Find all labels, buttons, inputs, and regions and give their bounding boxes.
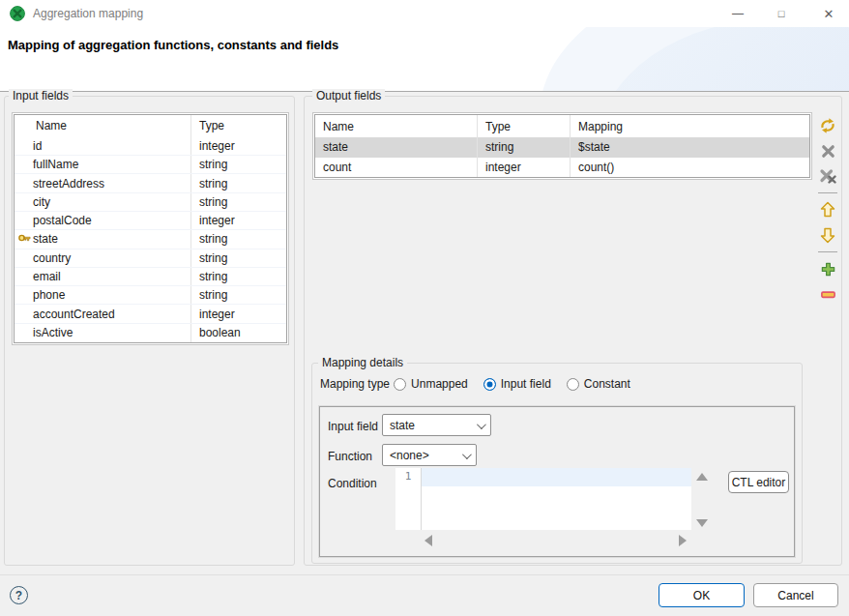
close-icon[interactable]: ✕ bbox=[808, 0, 849, 27]
output-row[interactable]: count integer count() bbox=[315, 158, 809, 177]
table-row[interactable]: fullName string bbox=[15, 156, 286, 174]
column-header-mapping[interactable]: Mapping bbox=[570, 115, 809, 137]
mapping-editor-panel: Input field state Function <none> Condit… bbox=[319, 406, 795, 557]
key-icon bbox=[15, 232, 33, 247]
delete-all-icon[interactable] bbox=[819, 167, 836, 185]
function-label: Function bbox=[328, 450, 372, 463]
table-row[interactable]: streetAddress string bbox=[15, 174, 286, 192]
ok-button[interactable]: OK bbox=[659, 583, 745, 607]
table-row-key-field[interactable]: state string bbox=[15, 230, 286, 249]
table-row[interactable]: email string bbox=[15, 268, 286, 286]
combo-value: <none> bbox=[390, 449, 429, 462]
field-type: integer bbox=[477, 158, 570, 177]
radio-icon bbox=[394, 378, 406, 391]
table-row[interactable]: city string bbox=[15, 193, 286, 212]
field-type: string bbox=[190, 268, 286, 285]
app-logo-icon bbox=[10, 6, 25, 21]
field-type: string bbox=[477, 137, 570, 157]
line-number-gutter: 1 bbox=[395, 468, 422, 530]
column-header-name[interactable]: Name bbox=[315, 115, 477, 137]
column-header-name[interactable]: Name bbox=[15, 119, 190, 132]
dialog-description: Mapping of aggregation functions, consta… bbox=[8, 38, 338, 52]
radio-input-field[interactable]: Input field bbox=[483, 377, 551, 391]
move-up-icon[interactable] bbox=[819, 201, 836, 219]
input-field-label: Input field bbox=[328, 420, 378, 433]
move-down-icon[interactable] bbox=[819, 226, 836, 244]
radio-checked-icon bbox=[483, 378, 496, 391]
table-row[interactable]: id integer bbox=[15, 137, 286, 156]
window-title: Aggregation mapping bbox=[33, 7, 143, 20]
scroll-left-icon[interactable] bbox=[424, 535, 432, 546]
add-icon[interactable] bbox=[819, 260, 836, 278]
aggregation-mapping-dialog: Aggregation mapping — □ ✕ Mapping of agg… bbox=[0, 0, 849, 616]
mapping-type-label: Mapping type bbox=[320, 377, 390, 391]
remove-icon[interactable] bbox=[819, 285, 836, 303]
radio-icon bbox=[567, 378, 579, 391]
help-icon[interactable]: ? bbox=[10, 586, 28, 604]
field-type: string bbox=[190, 174, 286, 191]
condition-label: Condition bbox=[328, 477, 377, 490]
input-fields-group-label: Input fields bbox=[9, 89, 73, 103]
table-row[interactable]: accountCreated integer bbox=[15, 305, 286, 323]
input-field-combo[interactable]: state bbox=[382, 414, 491, 436]
field-name: count bbox=[315, 158, 477, 177]
field-type: string bbox=[190, 156, 286, 173]
field-name: postalCode bbox=[33, 214, 92, 227]
field-name: accountCreated bbox=[33, 308, 115, 321]
field-name: fullName bbox=[33, 158, 78, 171]
field-name: email bbox=[33, 270, 61, 283]
input-table-header: Name Type bbox=[15, 115, 286, 137]
table-row[interactable]: postalCode integer bbox=[15, 212, 286, 230]
scroll-up-icon[interactable] bbox=[696, 473, 708, 481]
field-type: integer bbox=[190, 212, 286, 229]
field-name: id bbox=[33, 139, 42, 153]
cancel-button[interactable]: Cancel bbox=[753, 583, 838, 607]
scroll-right-icon[interactable] bbox=[679, 535, 687, 546]
field-type: string bbox=[190, 286, 286, 304]
condition-text-area[interactable] bbox=[422, 468, 691, 530]
table-row[interactable]: isActive boolean bbox=[15, 324, 286, 342]
current-line-highlight bbox=[422, 468, 691, 486]
table-row[interactable]: country string bbox=[15, 249, 286, 268]
column-header-type[interactable]: Type bbox=[477, 115, 570, 137]
auto-map-icon[interactable] bbox=[819, 117, 836, 134]
column-header-type[interactable]: Type bbox=[190, 115, 286, 137]
toolbar-separator bbox=[818, 251, 837, 252]
mapping-details-group-label: Mapping details bbox=[318, 356, 407, 370]
field-name: isActive bbox=[33, 326, 73, 339]
button-bar: ? OK Cancel bbox=[0, 574, 849, 616]
chevron-down-icon bbox=[477, 420, 486, 429]
radio-unmapped[interactable]: Unmapped bbox=[394, 377, 468, 391]
field-name: city bbox=[33, 195, 50, 209]
output-row-selected[interactable]: state string $state bbox=[315, 137, 809, 157]
chevron-down-icon bbox=[462, 450, 472, 459]
output-table-header: Name Type Mapping bbox=[315, 115, 809, 137]
dialog-content: Input fields Name Type id integer fullNa… bbox=[0, 92, 849, 574]
table-row[interactable]: phone string bbox=[15, 286, 286, 305]
field-name: state bbox=[33, 232, 58, 246]
minimize-icon[interactable]: — bbox=[717, 0, 758, 27]
field-name: country bbox=[33, 251, 71, 265]
field-type: string bbox=[190, 230, 286, 248]
radio-constant[interactable]: Constant bbox=[567, 377, 630, 391]
delete-icon[interactable] bbox=[819, 142, 836, 160]
combo-value: state bbox=[390, 419, 415, 432]
field-type: string bbox=[190, 249, 286, 267]
scroll-down-icon[interactable] bbox=[696, 519, 708, 527]
field-type: integer bbox=[190, 137, 286, 155]
field-type: string bbox=[190, 193, 286, 211]
titlebar: Aggregation mapping — □ ✕ bbox=[0, 0, 849, 27]
toolbar-separator bbox=[818, 192, 837, 193]
field-mapping: $state bbox=[570, 137, 809, 157]
field-mapping: count() bbox=[570, 158, 809, 177]
output-fields-table: Name Type Mapping state string $state co… bbox=[312, 112, 812, 180]
field-name: state bbox=[315, 137, 477, 157]
condition-editor[interactable]: 1 bbox=[395, 468, 691, 530]
maximize-icon[interactable]: □ bbox=[761, 0, 802, 27]
dialog-header: Mapping of aggregation functions, consta… bbox=[0, 27, 849, 92]
ctl-editor-button[interactable]: CTL editor bbox=[728, 471, 789, 493]
field-type: boolean bbox=[190, 324, 286, 342]
output-fields-group-label: Output fields bbox=[312, 89, 385, 103]
function-combo[interactable]: <none> bbox=[382, 444, 477, 466]
field-name: streetAddress bbox=[33, 177, 104, 191]
